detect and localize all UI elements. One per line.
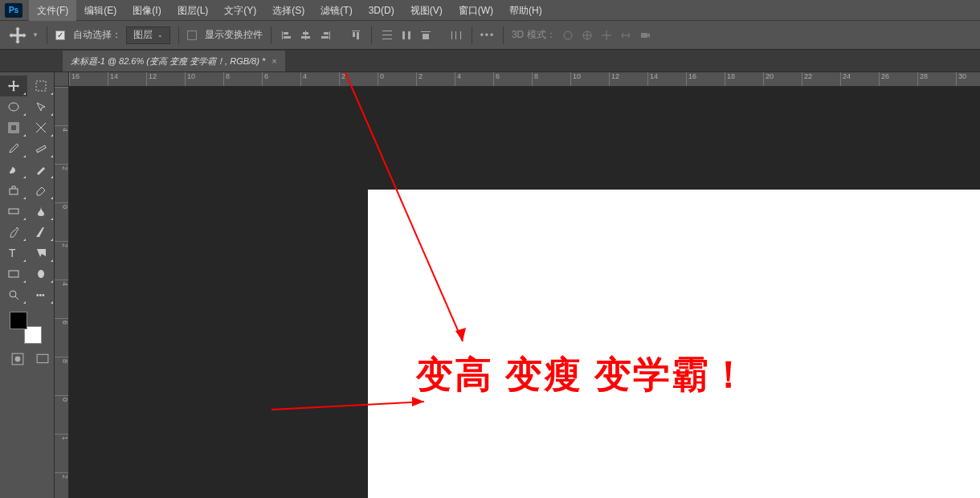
pencil-tool[interactable] — [27, 159, 55, 180]
distribute-vcenter-icon[interactable] — [399, 28, 414, 43]
menu-item[interactable]: 窗口(W) — [451, 0, 501, 21]
canvas-page[interactable]: 变高 变瘦 变学霸！ — [368, 190, 980, 498]
transform-label: 显示变换控件 — [205, 28, 263, 42]
svg-rect-20 — [455, 31, 456, 39]
svg-rect-29 — [36, 145, 46, 153]
align-top-icon[interactable] — [349, 28, 363, 43]
screen-mode-icon[interactable] — [32, 349, 55, 369]
svg-rect-7 — [324, 32, 329, 35]
distribute-top-icon[interactable] — [380, 28, 394, 43]
gradient-tool[interactable] — [0, 201, 27, 222]
eraser-tool[interactable] — [27, 180, 55, 201]
pen-tool[interactable] — [0, 222, 27, 243]
mode-3d-label: 3D 模式： — [512, 28, 556, 42]
document-tab-title: 未标题-1 @ 82.6% (变高 变瘦 变学霸！, RGB/8) * — [71, 55, 265, 67]
ruler-corner — [55, 72, 69, 87]
auto-select-dropdown[interactable]: 图层⌄ — [126, 27, 170, 44]
svg-rect-18 — [423, 34, 429, 39]
svg-rect-33 — [9, 271, 18, 277]
eyedropper-tool[interactable] — [0, 138, 27, 159]
svg-rect-2 — [284, 36, 291, 39]
3d-camera-icon — [638, 28, 652, 43]
options-bar: ▼ ✓ 自动选择： 图层⌄ 显示变换控件 ••• 3D 模式： — [0, 21, 980, 50]
canvas-text-layer[interactable]: 变高 变瘦 变学霸！ — [416, 350, 749, 400]
type-tool[interactable]: T — [0, 243, 27, 263]
svg-point-34 — [10, 291, 16, 297]
rectangle-tool[interactable] — [0, 263, 27, 284]
svg-rect-12 — [382, 31, 392, 31]
menu-item[interactable]: 图像(I) — [125, 0, 169, 21]
svg-rect-14 — [382, 39, 392, 39]
lasso-tool[interactable] — [0, 96, 27, 117]
move-tool[interactable] — [0, 76, 27, 96]
svg-rect-5 — [301, 36, 310, 39]
menu-item[interactable]: 文字(Y) — [216, 0, 264, 21]
app-logo: Ps — [5, 3, 22, 18]
ruler-tool[interactable] — [27, 138, 55, 159]
align-hcenter-icon[interactable] — [299, 28, 313, 43]
brush-tool[interactable] — [0, 159, 27, 180]
menu-item[interactable]: 3D(D) — [361, 0, 402, 21]
chevron-down-icon[interactable]: ▼ — [32, 31, 39, 39]
svg-rect-10 — [353, 32, 355, 37]
svg-rect-0 — [282, 31, 283, 39]
svg-point-37 — [14, 357, 20, 362]
crop-tool[interactable] — [0, 117, 27, 138]
menu-item[interactable]: 图层(L) — [169, 0, 217, 21]
foreground-color-swatch[interactable] — [10, 312, 27, 329]
svg-rect-21 — [460, 31, 461, 39]
svg-rect-17 — [421, 31, 431, 32]
svg-rect-19 — [451, 31, 452, 39]
svg-rect-15 — [402, 31, 405, 39]
clone-tool[interactable] — [0, 180, 27, 201]
color-swatches[interactable] — [10, 312, 42, 344]
menu-item[interactable]: 文件(F) — [29, 0, 76, 21]
svg-rect-9 — [352, 31, 360, 31]
svg-rect-3 — [305, 31, 306, 40]
svg-point-26 — [9, 103, 18, 111]
magic-wand-tool[interactable] — [27, 96, 55, 117]
toolbox: T••• — [0, 72, 55, 498]
distribute-bottom-icon[interactable] — [419, 28, 433, 43]
align-right-icon[interactable] — [318, 28, 333, 43]
text-direction-tool[interactable] — [27, 222, 55, 243]
svg-rect-4 — [303, 32, 308, 35]
more-options-icon[interactable]: ••• — [480, 28, 495, 43]
svg-point-22 — [564, 31, 572, 39]
document-tab[interactable]: 未标题-1 @ 82.6% (变高 变瘦 变学霸！, RGB/8) * × — [63, 51, 285, 71]
svg-rect-31 — [9, 209, 18, 214]
blur-tool[interactable] — [27, 201, 55, 222]
svg-rect-6 — [329, 31, 330, 39]
more-tool[interactable]: ••• — [27, 284, 55, 305]
menu-item[interactable]: 视图(V) — [402, 0, 451, 21]
svg-text:•••: ••• — [36, 291, 45, 300]
frame-tool[interactable] — [27, 117, 55, 138]
auto-select-label: 自动选择： — [73, 28, 121, 42]
ruler-vertical: 420246801214 — [55, 87, 69, 498]
hand-tool[interactable] — [27, 263, 55, 284]
distribute-h-icon[interactable] — [449, 28, 463, 43]
ruler-horizontal: 161412108642024681012141618202224262830 — [69, 72, 980, 87]
auto-select-checkbox[interactable]: ✓ — [55, 31, 65, 40]
svg-rect-16 — [408, 31, 410, 39]
3d-slide-icon — [619, 28, 633, 43]
path-tool[interactable] — [27, 243, 55, 263]
document-tab-bar: 未标题-1 @ 82.6% (变高 变瘦 变学霸！, RGB/8) * × — [0, 50, 980, 72]
3d-roll-icon — [580, 28, 594, 43]
transform-checkbox[interactable] — [187, 31, 197, 40]
svg-rect-28 — [10, 124, 17, 131]
move-tool-icon — [8, 26, 27, 45]
align-left-icon[interactable] — [280, 28, 294, 43]
svg-rect-1 — [284, 32, 288, 35]
svg-rect-25 — [36, 81, 46, 91]
menu-item[interactable]: 编辑(E) — [76, 0, 125, 21]
menu-item[interactable]: 滤镜(T) — [312, 0, 360, 21]
close-tab-icon[interactable]: × — [272, 56, 276, 66]
menu-item[interactable]: 选择(S) — [264, 0, 312, 21]
svg-rect-11 — [357, 32, 359, 39]
quick-mask-icon[interactable] — [6, 349, 29, 369]
canvas-area[interactable]: 161412108642024681012141618202224262830 … — [55, 72, 980, 498]
menu-item[interactable]: 帮助(H) — [501, 0, 550, 21]
artboard-tool[interactable] — [27, 76, 55, 96]
zoom-tool[interactable] — [0, 284, 27, 305]
